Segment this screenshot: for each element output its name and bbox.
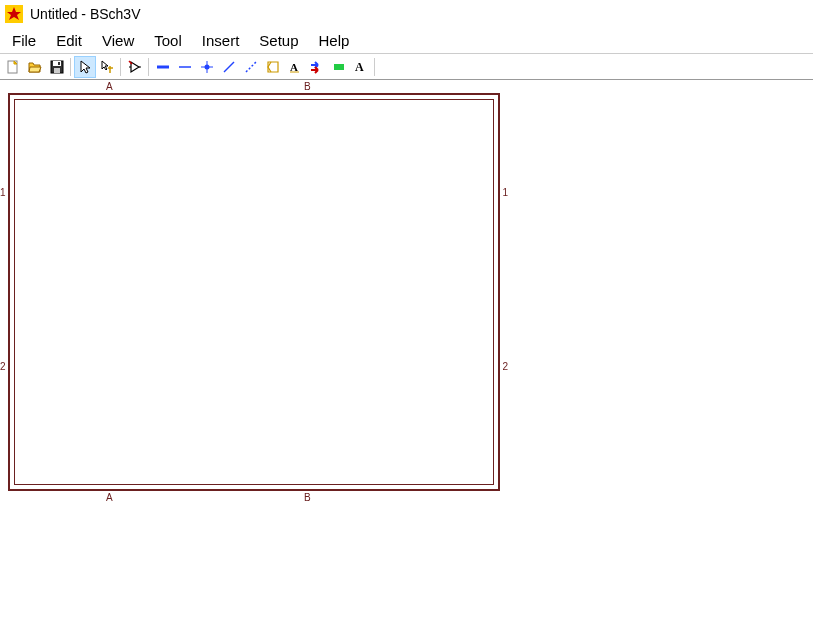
label-button[interactable]: A [284, 56, 306, 78]
marker-origin-button[interactable] [262, 56, 284, 78]
wire-button[interactable] [174, 56, 196, 78]
menu-edit[interactable]: Edit [46, 29, 92, 52]
svg-text:A: A [290, 61, 298, 73]
frame-label-left-1: 1 [0, 187, 6, 198]
frame-label-bottom-b: B [304, 492, 311, 503]
frame-label-top-a: A [106, 81, 113, 92]
component-button[interactable] [124, 56, 146, 78]
grid-canvas[interactable] [23, 108, 485, 476]
toolbar-separator [146, 56, 152, 78]
menu-file[interactable]: File [2, 29, 46, 52]
tag-button[interactable] [328, 56, 350, 78]
menu-view[interactable]: View [92, 29, 144, 52]
toolbar-separator [372, 56, 378, 78]
menu-help[interactable]: Help [309, 29, 360, 52]
menubar: File Edit View Tool Insert Setup Help [0, 28, 813, 54]
text-button[interactable]: A [350, 56, 372, 78]
drag-button[interactable] [96, 56, 118, 78]
frame-label-right-2: 2 [502, 361, 508, 372]
bus-button[interactable] [152, 56, 174, 78]
junction-button[interactable] [196, 56, 218, 78]
svg-line-8 [129, 61, 132, 64]
titlebar: Untitled - BSch3V [0, 0, 813, 28]
frame-label-top-b: B [304, 81, 311, 92]
app-icon [4, 4, 24, 24]
dash-button[interactable] [240, 56, 262, 78]
frame-label-right-1: 1 [502, 187, 508, 198]
window-title: Untitled - BSch3V [30, 6, 141, 22]
svg-text:A: A [355, 60, 364, 74]
open-button[interactable] [24, 56, 46, 78]
toolbar-separator [118, 56, 124, 78]
toolbar: A A [0, 54, 813, 80]
menu-setup[interactable]: Setup [249, 29, 308, 52]
menu-tool[interactable]: Tool [144, 29, 192, 52]
svg-line-14 [224, 62, 234, 72]
selector-button[interactable] [74, 56, 96, 78]
save-button[interactable] [46, 56, 68, 78]
line-button[interactable] [218, 56, 240, 78]
svg-line-15 [246, 62, 256, 72]
bus-entry-button[interactable] [306, 56, 328, 78]
svg-rect-5 [58, 62, 60, 65]
svg-rect-20 [334, 64, 344, 70]
svg-rect-4 [54, 68, 60, 73]
canvas-area[interactable]: A B A B 1 2 1 2 [0, 85, 813, 637]
new-button[interactable] [2, 56, 24, 78]
frame-inner-border [14, 99, 494, 485]
menu-insert[interactable]: Insert [192, 29, 250, 52]
toolbar-separator [68, 56, 74, 78]
schematic-frame: A B A B 1 2 1 2 [8, 93, 500, 491]
frame-label-left-2: 2 [0, 361, 6, 372]
svg-point-13 [205, 64, 210, 69]
frame-label-bottom-a: A [106, 492, 113, 503]
